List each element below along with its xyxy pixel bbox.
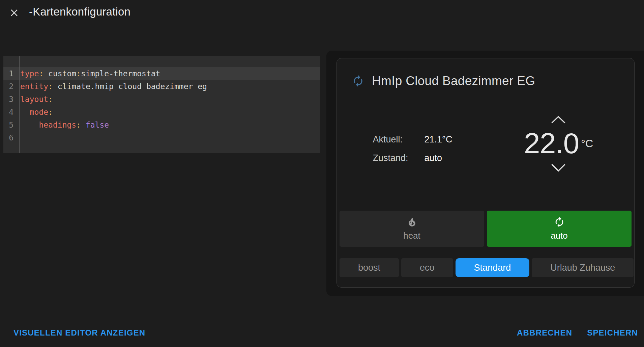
- code-line[interactable]: 3layout:: [3, 93, 320, 106]
- line-number: 2: [3, 80, 17, 93]
- mode-label: auto: [551, 231, 568, 241]
- preset-button-boost[interactable]: boost: [340, 258, 399, 277]
- code-text: type: custom:simple-thermostat: [17, 67, 160, 80]
- token-plain: simple-thermostat: [81, 69, 160, 78]
- token-plain: [20, 121, 39, 129]
- token-key: entity: [20, 82, 48, 91]
- code-line[interactable]: 1type: custom:simple-thermostat: [3, 67, 320, 80]
- chevron-up-icon: [551, 115, 566, 125]
- target-temp-value: 22.0: [524, 129, 579, 158]
- target-temp-control: 22.0 °C: [524, 113, 593, 175]
- autorenew-icon: [554, 216, 565, 228]
- preset-button-urlaub-zuhause[interactable]: Urlaub Zuhause: [532, 258, 634, 277]
- code-text: headings: false: [17, 118, 109, 131]
- close-button[interactable]: [6, 5, 22, 21]
- token-punc: :: [48, 82, 53, 91]
- code-line[interactable]: 2entity: climate.hmip_cloud_badezimmer_e…: [3, 80, 320, 93]
- token-plain: custom: [43, 69, 76, 78]
- show-visual-editor-button[interactable]: VISUELLEN EDITOR ANZEIGEN: [13, 328, 145, 338]
- sensor-value: auto: [425, 153, 452, 163]
- sensor-label: Aktuell:: [373, 134, 425, 145]
- preset-row: boostecoStandardUrlaub Zuhause: [340, 258, 632, 277]
- token-punc: :: [76, 69, 81, 78]
- code-text: [17, 131, 20, 144]
- token-punc: :: [76, 121, 81, 129]
- code-text: entity: climate.hmip_cloud_badezimmer_eg: [17, 80, 207, 93]
- token-punc: :: [39, 69, 43, 78]
- hvac-mode-row: heatauto: [340, 211, 632, 247]
- yaml-code-editor[interactable]: 1type: custom:simple-thermostat2entity: …: [3, 56, 320, 153]
- dialog-header: -Kartenkonfiguration: [0, 0, 644, 27]
- mode-label: heat: [403, 231, 420, 241]
- fire-icon: [406, 216, 418, 228]
- token-punc: :: [48, 108, 53, 116]
- code-line[interactable]: 4 mode:: [3, 106, 320, 118]
- card-title: HmIp Cloud Badezimmer EG: [372, 74, 535, 88]
- line-number: 1: [3, 67, 17, 80]
- token-key: headings: [39, 121, 76, 129]
- token-plain: [20, 108, 30, 116]
- chevron-down-icon: [551, 163, 566, 172]
- token-punc: :: [48, 95, 53, 104]
- code-line[interactable]: 6: [3, 131, 320, 144]
- token-bool: false: [86, 121, 109, 129]
- line-number: 4: [3, 106, 17, 118]
- temp-up-button[interactable]: [546, 113, 570, 127]
- dialog-actions: ABBRECHEN SPEICHERN: [517, 328, 638, 338]
- line-number: 6: [3, 131, 17, 144]
- sensor-value: 21.1°C: [425, 134, 452, 145]
- temperature-section: 22.0 °C: [486, 94, 632, 194]
- sensor-section: Aktuell:21.1°CZustand:auto: [340, 94, 486, 194]
- preset-button-eco[interactable]: eco: [401, 258, 453, 277]
- token-plain: climate.hmip_cloud_badezimmer_eg: [53, 82, 207, 91]
- card-header: HmIp Cloud Badezimmer EG: [340, 69, 632, 90]
- token-key: mode: [30, 108, 48, 116]
- preset-button-standard[interactable]: Standard: [456, 258, 530, 277]
- card-preview-panel: HmIp Cloud Badezimmer EG Aktuell:21.1°CZ…: [326, 51, 644, 296]
- save-button[interactable]: SPEICHERN: [587, 328, 638, 338]
- target-temp-display: 22.0 °C: [524, 129, 593, 158]
- token-plain: [81, 121, 86, 129]
- sensor-label: Zustand:: [373, 153, 425, 163]
- sensor-list: Aktuell:21.1°CZustand:auto: [373, 134, 452, 163]
- code-line[interactable]: 5 headings: false: [3, 118, 320, 131]
- temp-down-button[interactable]: [546, 161, 570, 175]
- card-body: Aktuell:21.1°CZustand:auto 22.0 °C: [340, 94, 632, 194]
- token-key: type: [20, 69, 39, 78]
- mode-button-auto[interactable]: auto: [487, 211, 632, 247]
- code-text: layout:: [17, 93, 53, 106]
- thermostat-card: HmIp Cloud Badezimmer EG Aktuell:21.1°CZ…: [336, 58, 635, 288]
- dialog-title: -Kartenkonfiguration: [29, 5, 130, 18]
- line-number: 3: [3, 93, 17, 106]
- code-text: mode:: [17, 106, 53, 118]
- autorenew-icon: [352, 75, 364, 87]
- close-icon: [8, 7, 20, 19]
- target-temp-unit: °C: [581, 137, 593, 150]
- mode-button-heat[interactable]: heat: [340, 211, 484, 247]
- cancel-button[interactable]: ABBRECHEN: [517, 328, 572, 338]
- token-key: layout: [20, 95, 48, 104]
- line-number: 5: [3, 118, 17, 131]
- card-config-dialog: -Kartenkonfiguration 1type: custom:simpl…: [0, 0, 644, 347]
